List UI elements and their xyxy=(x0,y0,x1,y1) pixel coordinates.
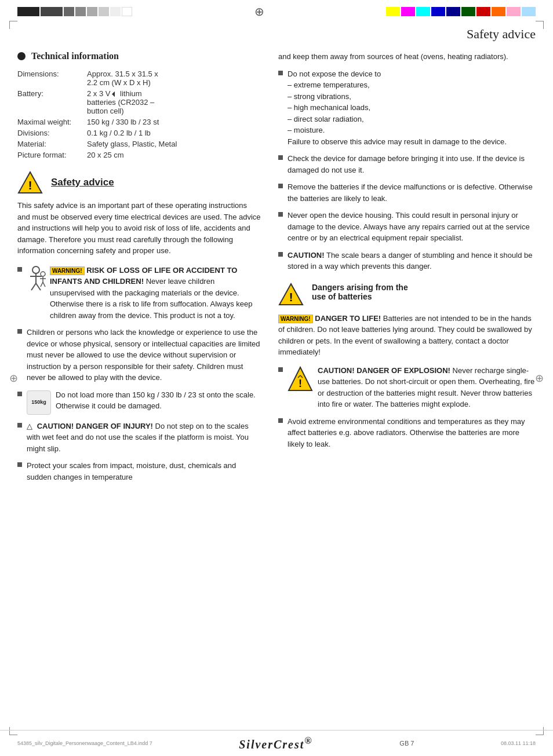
swatch-cyan xyxy=(416,7,430,16)
table-row: Material: Safety glass, Plastic, Metal xyxy=(17,138,261,149)
safety-bullets-right: Do not expose the device to – extreme te… xyxy=(278,68,536,272)
safety-intro-text: This safety advice is an important part … xyxy=(17,200,261,257)
list-item: WARNING! RISK OF LOSS OF LIFE OR ACCIDEN… xyxy=(17,265,261,322)
bullet-square xyxy=(278,252,283,257)
dangers-warning-triangle-icon: ! xyxy=(278,283,304,306)
tech-value-divisions: 0.1 kg / 0.2 lb / 1 lb xyxy=(87,127,261,138)
children-knowledge-text: Children or persons who lack the knowled… xyxy=(27,327,261,384)
brand-logo: SilverCrest® xyxy=(239,735,313,751)
brand-name: SilverCrest xyxy=(239,738,304,751)
bullet-square xyxy=(278,155,283,160)
safety-bullets-left: WARNING! RISK OF LOSS OF LIFE OR ACCIDEN… xyxy=(17,265,261,483)
tech-label-battery: Battery: xyxy=(17,88,87,116)
warning-badge: WARNING! xyxy=(50,266,85,275)
crosshair-right: ⊕ xyxy=(535,372,544,385)
tech-info-header: Technical information xyxy=(17,51,261,61)
table-row: Dimensions: Approx. 31.5 x 31.5 x2.2 cm … xyxy=(17,68,261,88)
check-damage-text: Check the device for damage before bring… xyxy=(288,153,536,176)
weight-limit-icon: 150kg xyxy=(27,390,51,415)
svg-line-11 xyxy=(43,282,45,287)
dangers-title-line2: use of batteries xyxy=(312,292,408,301)
swatch-magenta xyxy=(401,7,415,16)
warning-children-text: WARNING! RISK OF LOSS OF LIFE OR ACCIDEN… xyxy=(50,265,261,322)
bullet-square xyxy=(278,212,283,217)
explosion-icon: ! xyxy=(288,366,313,392)
list-item: ! CAUTION! DANGER OF EXPLOSION! Never re… xyxy=(278,365,536,410)
tech-value-material: Safety glass, Plastic, Metal xyxy=(87,138,261,149)
continuation-text: and keep them away from sources of heat … xyxy=(278,51,536,63)
gray-block-1 xyxy=(64,7,74,16)
list-item: CAUTION! The scale bears a danger of stu… xyxy=(278,250,536,272)
list-item: 150kg Do not load more than 150 kg / 330… xyxy=(17,389,261,415)
list-item: △ CAUTION! DANGER OF INJURY! Do not step… xyxy=(17,421,261,455)
gray-block-2 xyxy=(75,7,86,16)
gray-block-5 xyxy=(110,7,121,16)
page-title: Safety advice xyxy=(0,21,553,45)
bullet-square xyxy=(17,267,22,272)
svg-text:!: ! xyxy=(289,291,293,304)
gray-block-3 xyxy=(87,7,97,16)
list-item: Never open the device housing. This coul… xyxy=(278,210,536,244)
list-item: WARNING! DANGER TO LIFE! Batteries are n… xyxy=(278,313,536,358)
explosion-text: CAUTION! DANGER OF EXPLOSION! Never rech… xyxy=(318,365,536,410)
section-dot xyxy=(17,52,26,60)
crosshair-left: ⊕ xyxy=(9,372,18,385)
danger-to-life-bold: DANGER TO LIFE! xyxy=(315,314,381,323)
black-block xyxy=(17,7,39,16)
bullet-square xyxy=(278,367,283,372)
file-info-left: 54385_silv_Digitale_Personenwaage_Conten… xyxy=(17,740,152,746)
swatch-red xyxy=(476,7,490,16)
swatch-lightblue xyxy=(522,7,536,16)
explosion-bold: CAUTION! DANGER OF EXPLOSION! xyxy=(318,366,450,375)
tech-label-divisions: Divisions: xyxy=(17,127,87,138)
warning-badge-danger: WARNING! xyxy=(278,315,313,323)
list-item: Children or persons who lack the knowled… xyxy=(17,327,261,384)
bullet-square xyxy=(278,184,283,188)
tech-table: Dimensions: Approx. 31.5 x 31.5 x2.2 cm … xyxy=(17,68,261,160)
safety-advice-title: Safety advice xyxy=(51,177,114,188)
center-crosshair: ⊕ xyxy=(132,5,386,19)
list-item: Remove the batteries if the device malfu… xyxy=(278,181,536,204)
dangers-bullets: WARNING! DANGER TO LIFE! Batteries are n… xyxy=(278,313,536,450)
caution-stumble-text: CAUTION! The scale bears a danger of stu… xyxy=(288,250,536,272)
caution-stumble-bold: CAUTION! xyxy=(288,251,325,260)
remove-batteries-text: Remove the batteries if the device malfu… xyxy=(288,181,536,204)
danger-to-life-text: WARNING! DANGER TO LIFE! Batteries are n… xyxy=(278,313,536,358)
table-row: Picture format: 20 x 25 cm xyxy=(17,149,261,160)
tech-value-dimensions: Approx. 31.5 x 31.5 x2.2 cm (W x D x H) xyxy=(87,68,261,88)
dangers-header: ! Dangers arising from the use of batter… xyxy=(278,283,536,306)
never-open-text: Never open the device housing. This coul… xyxy=(288,210,536,244)
tech-value-battery: 2 x 3 V⏴ lithiumbatteries (CR2032 –butto… xyxy=(87,88,261,116)
swatch-darkblue xyxy=(446,7,460,16)
svg-point-2 xyxy=(32,266,39,273)
table-row: Battery: 2 x 3 V⏴ lithiumbatteries (CR20… xyxy=(17,88,261,116)
list-item: Protect your scales from impact, moistur… xyxy=(17,460,261,483)
svg-line-10 xyxy=(41,282,43,287)
bullet-square xyxy=(17,462,22,467)
caution-tri-icon: △ xyxy=(27,422,32,430)
reg-mark-tr xyxy=(536,21,544,29)
list-item: Do not expose the device to – extreme te… xyxy=(278,68,536,148)
dangers-title-line1: Dangers arising from the xyxy=(312,283,408,292)
reg-mark-tl xyxy=(9,21,17,29)
swatch-darkgreen xyxy=(461,7,475,16)
bullet-square xyxy=(17,329,22,334)
bullet-square xyxy=(17,423,22,428)
left-column: Technical information Dimensions: Approx… xyxy=(17,51,261,488)
bottom-bar: 54385_silv_Digitale_Personenwaage_Conten… xyxy=(0,730,553,756)
bullet-square xyxy=(17,392,22,396)
svg-line-6 xyxy=(36,283,41,290)
weight-limit-text: Do not load more than 150 kg / 330 lb / … xyxy=(56,389,261,412)
table-row: Divisions: 0.1 kg / 0.2 lb / 1 lb xyxy=(17,127,261,138)
protect-text: Protect your scales from impact, moistur… xyxy=(27,460,261,483)
swatch-pink xyxy=(507,7,521,16)
gray-block-4 xyxy=(99,7,109,16)
swatch-blue xyxy=(431,7,445,16)
tech-label-format: Picture format: xyxy=(17,149,87,160)
avoid-extreme-text: Avoid extreme environmental conditions a… xyxy=(288,416,536,450)
date-info: 08.03.11 11:18 xyxy=(501,740,536,746)
svg-point-7 xyxy=(41,272,45,276)
dangers-section: ! Dangers arising from the use of batter… xyxy=(278,283,536,450)
tech-value-format: 20 x 25 cm xyxy=(87,149,261,160)
list-item: Check the device for damage before bring… xyxy=(278,153,536,176)
